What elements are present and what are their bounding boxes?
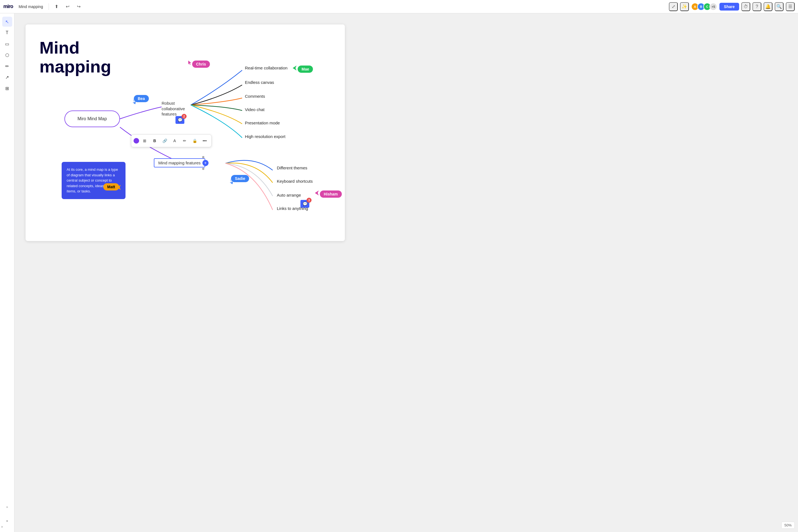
cursor-mae-label: Mae <box>298 65 313 73</box>
avatar-count: +5 <box>709 3 717 11</box>
board-title: Mind mapping <box>39 38 111 76</box>
bold-button[interactable]: B <box>150 136 159 145</box>
cursor-chris-label: Chris <box>192 60 210 68</box>
search-button[interactable]: 🔍 <box>775 2 783 11</box>
selected-node-container: Mind mapping features + <box>154 158 205 167</box>
undo-button[interactable]: ↩ <box>63 2 72 11</box>
link-button[interactable]: 🔗 <box>160 136 169 145</box>
cursor-chris: Chris <box>192 60 210 68</box>
brush-button[interactable]: ✏ <box>180 136 189 145</box>
emoji-button[interactable]: ✨ <box>680 2 689 11</box>
sidebar-expand-button[interactable]: » <box>1 525 3 529</box>
leaf-b1: Different themes <box>277 166 307 170</box>
leaf-5: Presentation mode <box>245 120 280 125</box>
text-tool[interactable]: T <box>2 28 12 38</box>
zoom-indicator: 50% <box>781 522 795 529</box>
collab-avatars: A B C +5 <box>691 3 717 11</box>
leaf-1: Real-time collaboration <box>245 65 287 70</box>
cursor-sadie-label: Sadie <box>231 175 249 182</box>
cursor-hisham: Hisham <box>320 190 342 198</box>
connector-dot-top[interactable] <box>202 156 204 158</box>
cursor-tool-button[interactable]: ⤢ <box>669 2 678 11</box>
cursor-mae: Mae <box>298 65 313 73</box>
leaf-3: Comments <box>245 94 265 99</box>
leaf-b3: Auto arrange <box>277 193 301 197</box>
menu-button[interactable]: ☰ <box>786 2 795 11</box>
selected-node[interactable]: Mind mapping features + <box>154 158 205 167</box>
cursor-matt-label: Matt <box>103 183 119 190</box>
comment-badge-1[interactable]: 💬 2 <box>175 116 184 124</box>
select-tool[interactable]: ↖ <box>2 17 12 27</box>
topbar-right: ⤢ ✨ A B C +5 Share ⏱ ? 🔔 🔍 ☰ <box>669 2 795 11</box>
pen-tool[interactable]: ✏ <box>2 61 12 71</box>
info-box: At its core, a mind map is a type of dia… <box>62 162 126 199</box>
text-color-button[interactable]: A <box>170 136 179 145</box>
line-tool[interactable]: ↗ <box>2 72 12 82</box>
sidebar-toggle[interactable]: » <box>0 516 15 525</box>
frame-tool[interactable]: ⊞ <box>2 83 12 93</box>
topbar: miro Mind mapping ⬆ ↩ ↪ ⤢ ✨ A B C +5 Sha… <box>0 0 798 13</box>
comment-icon-2: 💬 3 <box>300 200 309 208</box>
cursor-hisham-label: Hisham <box>320 190 342 198</box>
note-tool[interactable]: ▭ <box>2 39 12 49</box>
comment-count-2: 3 <box>306 198 311 203</box>
selected-node-text: Mind mapping features <box>158 160 201 165</box>
cursor-matt: Matt <box>103 183 119 190</box>
cursor-bea-label: Bea <box>134 95 149 102</box>
leaf-6: High resolution export <box>245 134 285 139</box>
miro-logo: miro <box>3 4 13 10</box>
comment-count-1: 2 <box>182 114 187 119</box>
central-node[interactable]: Miro Mind Map <box>64 111 120 127</box>
cursor-bea: Bea <box>134 95 149 102</box>
floating-toolbar: ⊞ B 🔗 A ✏ 🔒 ••• <box>131 134 212 147</box>
help-button[interactable]: ? <box>753 2 761 11</box>
comment-badge-2[interactable]: 💬 3 <box>300 200 309 208</box>
leaf-2: Endless canvas <box>245 80 274 85</box>
share-button[interactable]: Share <box>719 3 739 11</box>
color-picker-button[interactable] <box>134 138 139 144</box>
central-node-label: Miro Mind Map <box>77 116 107 121</box>
layout-button[interactable]: ⊞ <box>140 136 149 145</box>
timer-button[interactable]: ⏱ <box>741 2 750 11</box>
comment-icon-1: 💬 2 <box>175 116 184 124</box>
separator <box>49 3 49 10</box>
more-button[interactable]: ••• <box>200 136 209 145</box>
add-child-button[interactable]: + <box>203 160 209 166</box>
board-name[interactable]: Mind mapping <box>16 3 45 10</box>
canvas: Mind mapping Miro Mind Map Robust collab… <box>15 13 798 532</box>
left-toolbar: ↖ T ▭ ⬡ ✏ ↗ ⊞ » » <box>0 13 15 532</box>
shapes-tool[interactable]: ⬡ <box>2 50 12 60</box>
board: Mind mapping Miro Mind Map Robust collab… <box>25 24 345 241</box>
redo-button[interactable]: ↪ <box>74 2 83 11</box>
lock-button[interactable]: 🔒 <box>190 136 199 145</box>
expand-tools[interactable]: » <box>2 502 12 512</box>
cursor-sadie: Sadie <box>231 175 249 182</box>
leaf-b2: Keyboard shortcuts <box>277 179 312 184</box>
leaf-4: Video chat <box>245 107 265 112</box>
connector-dot-bottom[interactable] <box>202 168 204 170</box>
notifications-button[interactable]: 🔔 <box>764 2 773 11</box>
upload-button[interactable]: ⬆ <box>52 2 61 11</box>
branch1-label: Robust collaborative features <box>162 100 198 117</box>
